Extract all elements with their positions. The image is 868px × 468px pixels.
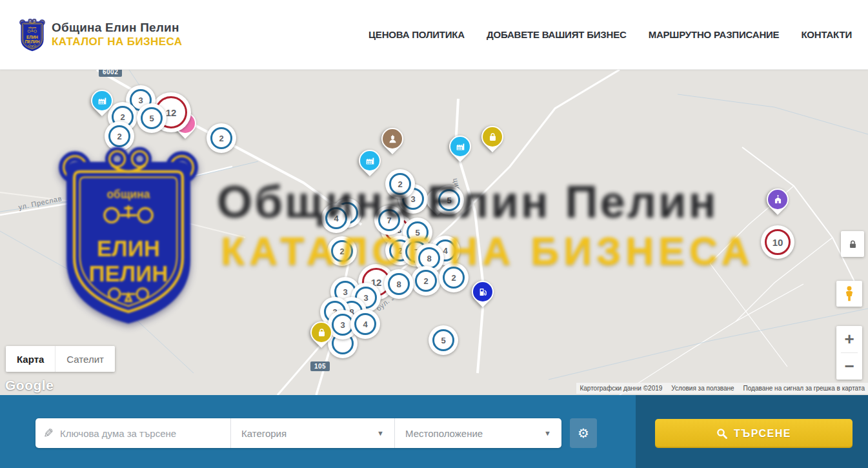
keyword-section: ✎ — [35, 418, 231, 448]
cluster-count: 3 — [410, 194, 415, 204]
keyword-search-input[interactable] — [60, 428, 223, 439]
nav-item-route-schedule[interactable]: МАРШРУТНО РАЗПИСАНИЕ — [649, 29, 780, 40]
cluster-count: 2 — [219, 134, 223, 143]
map-pin-marker[interactable] — [379, 127, 405, 153]
zoom-out-button[interactable]: − — [836, 353, 862, 380]
search-button[interactable]: ТЪРСЕНЕ — [655, 419, 853, 448]
location-select[interactable]: Местоположение ▼ — [395, 418, 561, 448]
cluster-count: 8 — [396, 280, 401, 289]
cluster-count: 3 — [340, 320, 345, 330]
location-select-label: Местоположение — [405, 428, 483, 439]
map-cluster-marker[interactable]: 2 — [105, 121, 134, 151]
map-pin-marker[interactable] — [308, 321, 334, 347]
brand-text: Община Елин Пелин КАТАЛОГ НА БИЗНЕСА — [52, 21, 182, 48]
svg-text:община: община — [28, 26, 36, 28]
cluster-count: 2 — [451, 273, 456, 283]
header: община ЕЛИН ПЕЛИН Община Елин Пелин КАТА… — [0, 0, 868, 70]
map-cluster-marker[interactable]: 2 — [411, 266, 441, 296]
map-pin-marker[interactable] — [470, 280, 496, 306]
category-select-label: Категория — [241, 428, 287, 439]
cluster-count: 8 — [427, 254, 431, 263]
cluster-count: 2 — [398, 179, 402, 189]
shopping-bag-icon — [487, 132, 498, 143]
cluster-count: 2 — [117, 132, 121, 141]
cluster-count: 4 — [334, 214, 338, 223]
search-bar: ✎ Категория ▼ Местоположение ▼ ⚙ ТЪРСЕНЕ — [0, 395, 868, 468]
brand-logo[interactable]: община ЕЛИН ПЕЛИН Община Елин Пелин КАТА… — [19, 17, 182, 52]
cluster-count: 4 — [443, 246, 447, 256]
svg-text:ЕЛИН: ЕЛИН — [26, 35, 38, 39]
municipality-crest-icon: община ЕЛИН ПЕЛИН — [19, 17, 45, 52]
map-pin-marker[interactable] — [479, 125, 505, 151]
worker-icon — [387, 134, 398, 145]
map-attribution: Картографски данни ©2019 Условия за полз… — [576, 383, 868, 394]
fuel-icon — [478, 287, 489, 298]
lock-button[interactable] — [841, 231, 864, 257]
cluster-count: 3 — [138, 96, 143, 105]
map-cluster-marker[interactable]: 2 — [439, 263, 469, 292]
chevron-down-icon: ▼ — [377, 429, 384, 437]
zoom-in-button[interactable]: + — [836, 326, 862, 352]
map-cluster-marker[interactable]: 5 — [137, 103, 167, 133]
map-pin-marker[interactable] — [89, 89, 115, 115]
map-cluster-marker[interactable]: 5 — [434, 185, 464, 215]
cluster-count: 2 — [120, 112, 125, 122]
map-cluster-marker[interactable]: 4 — [350, 309, 380, 339]
search-input-group: ✎ Категория ▼ Местоположение ▼ — [35, 418, 561, 448]
map-pin-marker[interactable] — [447, 135, 473, 161]
advanced-settings-button[interactable]: ⚙ — [570, 418, 597, 448]
svg-text:ПЕЛИН: ПЕЛИН — [25, 39, 40, 44]
cluster-count: 5 — [149, 114, 154, 123]
church-icon — [772, 194, 783, 205]
map-pin-marker[interactable] — [765, 188, 791, 214]
map-cluster-marker[interactable]: 5 — [429, 325, 458, 355]
google-map[interactable]: ул. Преславбул. „Новоселция6002105 12325… — [0, 70, 868, 395]
cluster-count: 10 — [772, 237, 783, 248]
cluster-count: 5 — [415, 228, 419, 238]
zoom-control: + − — [836, 326, 862, 380]
map-type-control: Карта Сателит — [6, 346, 115, 372]
nav-item-contacts[interactable]: КОНТАКТИ — [801, 29, 852, 40]
map-markers-layer: 12325223526413752274822128338334510 — [0, 70, 868, 395]
map-cluster-marker[interactable]: 4 — [321, 203, 351, 233]
cluster-count: 2 — [423, 276, 428, 286]
lock-icon — [847, 239, 858, 250]
main-nav: ЦЕНОВА ПОЛИТИКА ДОБАВЕТЕ ВАШИЯТ БИЗНЕС М… — [368, 29, 852, 40]
nav-item-pricing[interactable]: ЦЕНОВА ПОЛИТИКА — [368, 29, 465, 40]
report-error-link[interactable]: Подаване на сигнал за грешка в картата — [743, 385, 865, 392]
cluster-count: 7 — [387, 216, 391, 225]
chevron-down-icon: ▼ — [544, 429, 551, 437]
map-type-satellite-button[interactable]: Сателит — [55, 346, 115, 372]
search-icon — [716, 428, 727, 439]
brand-title: Община Елин Пелин — [52, 21, 182, 35]
map-data-notice: Картографски данни ©2019 — [580, 385, 662, 392]
nav-item-add-business[interactable]: ДОБАВЕТЕ ВАШИЯТ БИЗНЕС — [487, 29, 627, 40]
map-cluster-marker[interactable]: 8 — [384, 269, 414, 299]
factory-icon — [365, 156, 376, 167]
map-cluster-marker[interactable]: 10 — [761, 225, 794, 259]
cluster-count: 4 — [363, 320, 367, 329]
cluster-count: 5 — [447, 196, 451, 205]
page: община ЕЛИН ПЕЛИН Община Елин Пелин КАТА… — [0, 0, 868, 468]
cluster-count: 3 — [363, 293, 368, 303]
cluster-count: 3 — [343, 287, 347, 297]
search-button-label: ТЪРСЕНЕ — [734, 428, 791, 440]
cluster-count: 5 — [441, 336, 445, 345]
map-type-map-button[interactable]: Карта — [6, 346, 55, 372]
shopping-bag-icon — [316, 327, 327, 338]
factory-icon — [455, 141, 466, 152]
map-pin-marker[interactable] — [357, 149, 383, 175]
map-cluster-marker[interactable]: 7 — [374, 205, 404, 235]
factory-icon — [97, 96, 108, 107]
pencil-icon: ✎ — [43, 426, 54, 441]
cluster-count: 12 — [166, 107, 177, 118]
pegman-icon — [842, 285, 857, 302]
map-cluster-marker[interactable]: 2 — [385, 169, 415, 199]
street-view-pegman-button[interactable] — [836, 281, 862, 307]
google-logo[interactable]: Google — [5, 378, 54, 393]
category-select[interactable]: Категория ▼ — [231, 418, 395, 448]
map-cluster-marker[interactable]: 2 — [327, 236, 357, 266]
terms-link[interactable]: Условия за ползване — [671, 385, 734, 392]
cluster-count: 2 — [339, 247, 344, 256]
map-cluster-marker[interactable]: 2 — [207, 123, 236, 153]
